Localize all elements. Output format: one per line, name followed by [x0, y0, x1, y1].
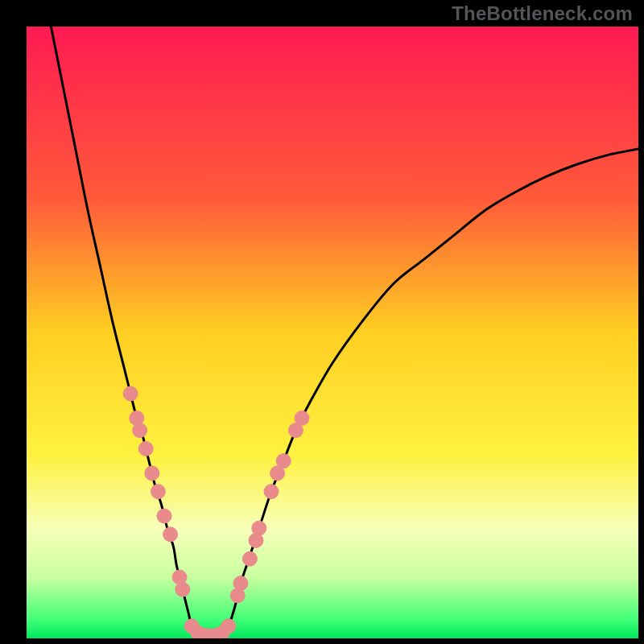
- plot-area: [27, 27, 638, 638]
- marker-left-cluster: [138, 441, 153, 456]
- chart-frame: TheBottleneck.com: [0, 0, 644, 644]
- marker-left-cluster: [163, 527, 178, 542]
- marker-right-cluster: [242, 551, 257, 566]
- marker-right-cluster: [264, 485, 279, 499]
- watermark-text: TheBottleneck.com: [452, 2, 633, 25]
- marker-left-cluster: [157, 509, 171, 523]
- gradient-background: [27, 27, 638, 638]
- chart-svg: [27, 27, 638, 638]
- marker-left-cluster: [175, 582, 190, 597]
- marker-valley-cluster: [221, 619, 236, 634]
- marker-left-cluster: [123, 386, 138, 401]
- marker-left-cluster: [151, 485, 165, 499]
- marker-right-cluster: [295, 411, 309, 425]
- marker-right-cluster: [252, 521, 266, 535]
- marker-right-cluster: [276, 454, 291, 469]
- marker-left-cluster: [133, 423, 147, 438]
- marker-left-cluster: [145, 466, 159, 481]
- marker-right-cluster: [233, 576, 248, 591]
